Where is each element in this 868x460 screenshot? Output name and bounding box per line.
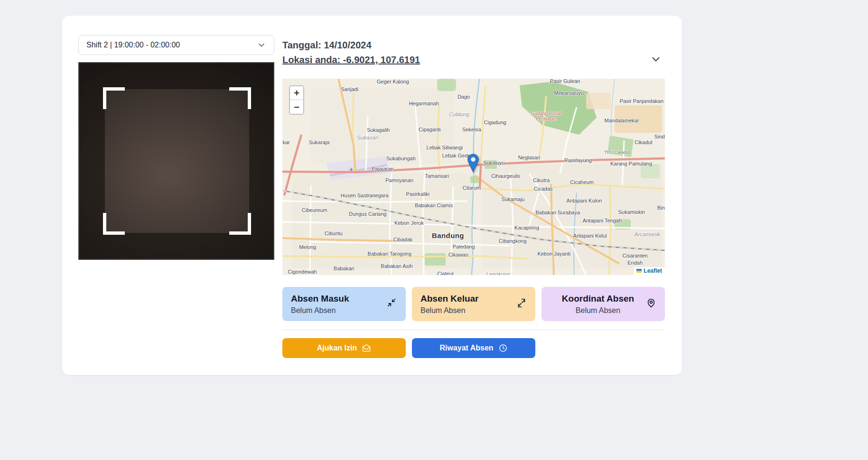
- leaflet-link[interactable]: Leaflet: [644, 267, 662, 274]
- map-attribution: Leaflet: [634, 267, 665, 275]
- camera-capture-frame: [105, 89, 249, 233]
- map[interactable]: ✈: [282, 79, 665, 275]
- location-link[interactable]: Lokasi anda: -6.9021, 107.6191: [282, 55, 420, 65]
- absen-masuk-card: Absen Masuk Belum Absen: [282, 287, 406, 321]
- shift-select[interactable]: Shift 2 | 19:00:00 - 02:00:00: [78, 35, 274, 55]
- zoom-out-button[interactable]: −: [290, 100, 303, 114]
- status-row: Absen Masuk Belum Absen Absen Keluar Bel…: [282, 287, 665, 321]
- attendance-card: Shift 2 | 19:00:00 - 02:00:00 Tanggal: 1…: [62, 16, 682, 375]
- riwayat-absen-button[interactable]: Riwayat Absen: [412, 338, 535, 358]
- absen-masuk-value: Belum Absen: [291, 306, 349, 315]
- ajukan-izin-button[interactable]: Ajukan Izin: [282, 338, 406, 358]
- map-canvas: ✈: [282, 79, 665, 275]
- corner-bracket-icon: [103, 87, 125, 109]
- date-label: Tanggal: 14/10/2024: [282, 40, 372, 51]
- ukraine-flag-icon: [636, 269, 642, 273]
- shift-select-value: Shift 2 | 19:00:00 - 02:00:00: [86, 41, 180, 49]
- absen-keluar-title: Absen Keluar: [420, 294, 478, 304]
- corner-bracket-icon: [229, 213, 251, 235]
- collapse-panel-chevron-down-icon[interactable]: [650, 53, 662, 67]
- ajukan-izin-label: Ajukan Izin: [317, 344, 357, 352]
- zoom-control: + −: [289, 85, 304, 115]
- arrows-pointing-out-icon: [516, 298, 527, 310]
- camera-preview: [78, 62, 274, 260]
- riwayat-absen-label: Riwayat Absen: [439, 344, 493, 352]
- arrows-pointing-in-icon: [387, 298, 397, 310]
- chevron-down-icon: [257, 40, 266, 50]
- divider: [282, 330, 665, 330]
- map-pin-icon: [646, 298, 656, 310]
- corner-bracket-icon: [229, 87, 251, 109]
- absen-keluar-card: Absen Keluar Belum Absen: [412, 287, 535, 321]
- koordinat-absen-value: Belum Absen: [550, 306, 646, 315]
- absen-masuk-title: Absen Masuk: [291, 294, 349, 304]
- zoom-in-button[interactable]: +: [290, 86, 303, 100]
- absen-keluar-value: Belum Absen: [420, 306, 478, 315]
- mail-icon: [362, 343, 371, 353]
- corner-bracket-icon: [103, 213, 125, 235]
- clock-icon: [498, 343, 508, 353]
- koordinat-absen-card: Koordinat Absen Belum Absen: [541, 287, 665, 321]
- map-marker-icon: [467, 154, 479, 175]
- action-buttons-row: Ajukan Izin Riwayat Absen: [282, 338, 665, 358]
- koordinat-absen-title: Koordinat Absen: [550, 294, 646, 304]
